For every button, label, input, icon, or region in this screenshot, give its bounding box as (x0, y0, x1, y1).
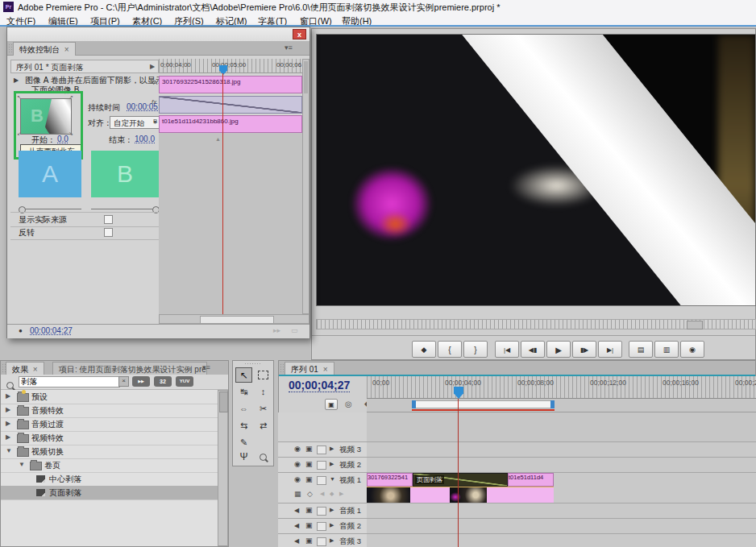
twirl-icon[interactable]: ▼ (19, 461, 25, 468)
tab-project[interactable]: 项目: 使用页面剥落切换效果设计实例 premiere (52, 362, 207, 375)
reverse-checkbox[interactable] (104, 228, 113, 237)
set-display-style-icon[interactable]: ▦ (294, 490, 301, 498)
timeline-ruler[interactable]: 00;00 00;00;04;00 00;00;08;00 00;00;12;0… (367, 376, 756, 399)
tab-effect-controls[interactable]: 特效控制台 × (13, 42, 76, 56)
preview-b-box[interactable]: B (91, 151, 159, 197)
lift-button[interactable]: ▤ (629, 341, 653, 358)
twirl-icon[interactable]: ▼ (6, 447, 12, 454)
expand-icon[interactable]: ▼ (330, 476, 335, 482)
zoom-tool[interactable] (255, 450, 272, 465)
mini-clip-a-bar[interactable]: 3017693225415286318.jpg (159, 76, 302, 93)
go-to-in-button[interactable]: |◀ (495, 341, 519, 358)
tree-item-audio-effects[interactable]: ▶ 音频特效 (1, 404, 218, 418)
work-area-end-handle[interactable] (550, 400, 555, 408)
tab-effect-controls-close-icon[interactable]: × (64, 45, 69, 54)
scroll-thumb[interactable] (219, 392, 228, 412)
tree-item-video-effects[interactable]: ▶ 视频特效 (1, 431, 218, 445)
effects-search-input[interactable] (19, 376, 120, 387)
track-content-video2[interactable] (367, 458, 756, 473)
collapse-icon[interactable]: ▶ (330, 537, 334, 544)
mini-playhead-line[interactable] (222, 73, 223, 314)
keyframe-dot-icon[interactable]: ● (19, 327, 23, 334)
badge-yuv[interactable]: YUV (176, 376, 193, 387)
toggle-track-output-icon[interactable]: ◉ (294, 475, 301, 483)
hand-tool[interactable]: Ψ (235, 450, 252, 465)
effect-controls-timecode[interactable]: 00:00:04:27 (30, 326, 73, 335)
sync-lock-icon[interactable]: ▣ (305, 475, 313, 483)
rolling-edit-tool[interactable]: ↕ (255, 384, 272, 400)
speaker-icon[interactable]: ◀ (294, 522, 299, 529)
prev-keyframe-icon[interactable]: ◀ (320, 491, 324, 497)
export-frame-button[interactable]: ◉ (680, 341, 704, 358)
tab-effects-close-icon[interactable]: × (33, 365, 38, 374)
set-in-point-button[interactable]: { (438, 341, 462, 358)
collapse-icon[interactable]: ▶ (330, 461, 334, 467)
search-clear-icon[interactable]: × (118, 376, 129, 387)
mini-timeline-hscrollbar[interactable] (159, 314, 309, 324)
tab-sequence-01[interactable]: 序列 01 × (285, 362, 334, 375)
track-lock-box[interactable] (317, 507, 326, 516)
add-keyframe-icon[interactable]: ◆ (330, 491, 334, 497)
panel-grip[interactable] (280, 363, 284, 372)
set-out-point-button[interactable]: } (463, 341, 488, 358)
track-lock-box[interactable] (317, 522, 326, 531)
next-keyframe-icon[interactable]: ▶ (339, 491, 343, 497)
timeline-timecode[interactable]: 00;00;04;27 (289, 379, 350, 392)
scroll-thumb[interactable] (304, 61, 308, 93)
set-encore-marker-icon[interactable]: ◎ (345, 400, 352, 408)
collapse-icon[interactable]: ▶ (330, 507, 334, 513)
twirl-icon[interactable]: ▶ (6, 392, 10, 400)
tree-item-presets[interactable]: ▶ 预设 (1, 390, 218, 404)
frame-ghost-icon[interactable]: ▭ (291, 326, 298, 334)
track-content-video1[interactable]: 301769322541 页面剥落 t01e51d11d4 (367, 473, 756, 503)
step-back-button[interactable]: ◀▮ (521, 341, 545, 358)
accelerated-effects-badge[interactable]: ▶▶ (132, 376, 150, 387)
tab-effects[interactable]: 效果 × (6, 362, 44, 375)
hscroll-thumb[interactable] (200, 316, 274, 324)
track-lock-box[interactable] (317, 476, 326, 485)
end-value[interactable]: 100.0 (135, 135, 155, 143)
sync-lock-icon[interactable]: ▣ (305, 460, 313, 468)
mini-timeline-vscrollbar[interactable] (302, 59, 309, 314)
mini-clip-b-bar[interactable]: t01e51d11d4231bb860.jpg (159, 115, 302, 133)
mini-playhead-head[interactable] (219, 65, 227, 75)
effect-controls-panel-menu-icon[interactable]: ▾≡ (285, 44, 293, 52)
selection-tool[interactable]: ↖ (235, 367, 252, 383)
tools-grip[interactable] (244, 363, 262, 366)
pen-tool[interactable]: ✎ (235, 435, 252, 450)
mini-timeline-ruler[interactable]: 0;00;04;00 00;00;05;00 00;00;06 (159, 59, 302, 73)
collapse-icon[interactable]: ▶ (330, 445, 334, 452)
slide-tool[interactable]: ⇄ (255, 418, 272, 433)
tree-item-page-peel-folder[interactable]: ▼ 卷页 (1, 458, 218, 473)
sync-lock-icon[interactable]: ▣ (305, 521, 313, 529)
panel-grip[interactable] (8, 44, 12, 52)
tab-sequence-close-icon[interactable]: × (323, 365, 328, 374)
rate-stretch-tool[interactable]: ⇔ (235, 401, 252, 416)
track-content-audio2[interactable] (367, 519, 756, 534)
clip2-name-bar[interactable]: t01e51d11d4 (508, 473, 554, 487)
effect-twirl-icon[interactable]: ▶ (14, 77, 19, 84)
effects-panel-menu-icon[interactable]: ▾≡ (202, 363, 210, 371)
ripple-edit-tool[interactable]: ↹ (235, 384, 252, 400)
keyframe-toggle-icon[interactable]: ◇ (307, 490, 313, 498)
show-timeline-view-icon[interactable]: ▶ (150, 63, 155, 70)
extract-button[interactable]: ▥ (654, 341, 679, 358)
tree-item-center-peel[interactable]: 中心剥落 (1, 472, 218, 487)
track-lock-box[interactable] (317, 445, 326, 454)
preview-a-box[interactable]: A (19, 151, 81, 197)
sync-lock-icon[interactable]: ▣ (305, 506, 313, 514)
add-marker-button[interactable]: ◆ (412, 341, 436, 358)
toggle-track-output-icon[interactable]: ◉ (294, 460, 301, 468)
toggle-track-output-icon[interactable]: ◉ (294, 445, 301, 453)
snap-toggle-button[interactable]: ▣ (325, 399, 338, 410)
play-transition-ghost-icon[interactable]: ▸▸ (273, 326, 280, 334)
go-to-out-button[interactable]: ▶| (598, 341, 622, 358)
tree-item-video-transitions[interactable]: ▼ 视频切换 (1, 445, 218, 459)
twirl-icon[interactable]: ▶ (6, 406, 10, 413)
work-area-bar[interactable] (412, 400, 555, 408)
track-select-tool[interactable] (255, 367, 272, 383)
center-cut-marker-icon[interactable]: ▲ (215, 136, 221, 142)
razor-tool[interactable]: ✂ (255, 401, 272, 416)
floating-window-titlebar[interactable] (7, 27, 309, 42)
timeline-playhead-line[interactable] (458, 399, 459, 547)
